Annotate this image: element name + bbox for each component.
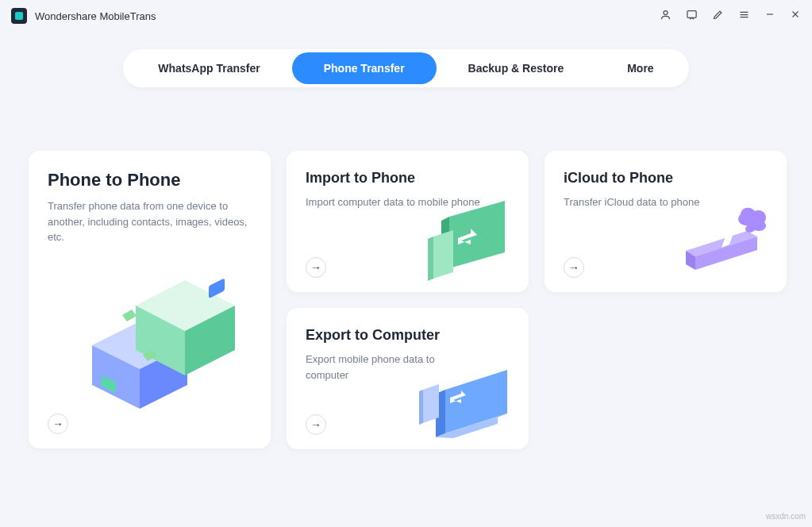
import-illustration-icon bbox=[414, 197, 521, 284]
minimize-icon[interactable] bbox=[764, 9, 775, 23]
watermark: wsxdn.com bbox=[766, 512, 806, 521]
tabs: WhatsApp Transfer Phone Transfer Backup … bbox=[123, 49, 688, 87]
svg-point-0 bbox=[664, 10, 668, 14]
title-controls bbox=[660, 9, 801, 24]
icloud-illustration-icon bbox=[672, 197, 779, 284]
content-area: Phone to Phone Transfer phone data from … bbox=[0, 151, 812, 449]
go-button[interactable]: → bbox=[48, 414, 68, 434]
svg-rect-2 bbox=[102, 375, 116, 394]
column-right: iCloud to Phone Transfer iCloud data to … bbox=[545, 151, 787, 449]
card-icloud-to-phone[interactable]: iCloud to Phone Transfer iCloud data to … bbox=[545, 151, 787, 292]
feedback-icon[interactable] bbox=[686, 9, 698, 24]
svg-rect-3 bbox=[209, 278, 225, 298]
card-import-to-phone[interactable]: Import to Phone Import computer data to … bbox=[287, 151, 529, 292]
tabs-container: WhatsApp Transfer Phone Transfer Backup … bbox=[0, 49, 812, 87]
card-desc: Transfer phone data from one device to a… bbox=[48, 198, 252, 245]
column-left: Phone to Phone Transfer phone data from … bbox=[29, 151, 271, 449]
close-icon[interactable] bbox=[790, 9, 801, 23]
app-logo-icon bbox=[11, 8, 27, 24]
title-bar: Wondershare MobileTrans bbox=[0, 0, 812, 32]
tab-more[interactable]: More bbox=[595, 52, 685, 84]
go-button[interactable]: → bbox=[306, 257, 326, 278]
tab-backup-restore[interactable]: Backup & Restore bbox=[437, 52, 596, 84]
card-export-to-computer[interactable]: Export to Computer Export mobile phone d… bbox=[287, 308, 529, 449]
card-title: iCloud to Phone bbox=[564, 170, 768, 187]
card-desc: Export mobile phone data to computer bbox=[306, 352, 480, 383]
card-phone-to-phone[interactable]: Phone to Phone Transfer phone data from … bbox=[29, 151, 271, 448]
go-button[interactable]: → bbox=[306, 414, 326, 435]
card-title: Import to Phone bbox=[306, 170, 510, 187]
go-button[interactable]: → bbox=[564, 257, 584, 278]
card-desc: Transfer iCloud data to phone bbox=[564, 194, 738, 210]
svg-rect-1 bbox=[687, 10, 696, 17]
menu-icon[interactable] bbox=[738, 9, 750, 24]
tab-phone-transfer[interactable]: Phone Transfer bbox=[292, 52, 437, 84]
card-desc: Import computer data to mobile phone bbox=[306, 194, 480, 210]
edit-icon[interactable] bbox=[712, 9, 724, 24]
phone-to-phone-illustration-icon bbox=[60, 266, 235, 425]
tab-whatsapp-transfer[interactable]: WhatsApp Transfer bbox=[126, 52, 291, 84]
column-middle: Import to Phone Import computer data to … bbox=[287, 151, 529, 449]
title-left: Wondershare MobileTrans bbox=[11, 8, 156, 24]
card-title: Export to Computer bbox=[306, 327, 510, 344]
user-icon[interactable] bbox=[660, 9, 672, 24]
card-title: Phone to Phone bbox=[48, 170, 252, 190]
app-title: Wondershare MobileTrans bbox=[35, 10, 156, 22]
